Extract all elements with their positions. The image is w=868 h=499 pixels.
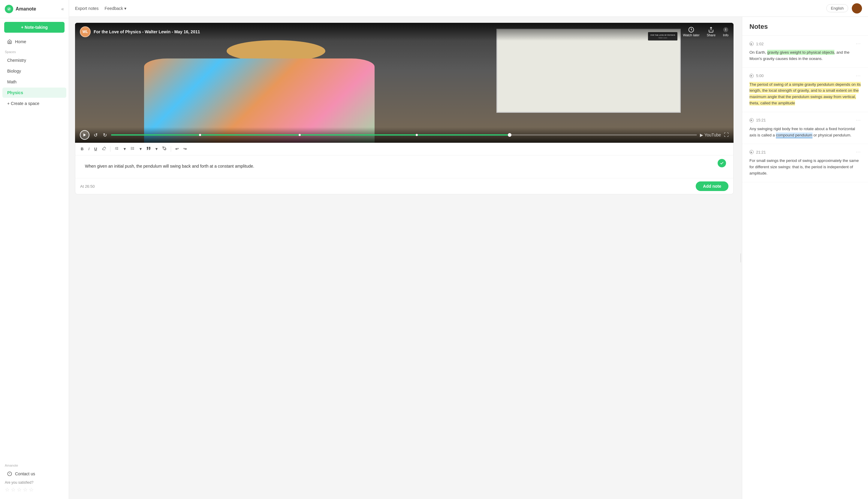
chemistry-label: Chemistry	[7, 58, 26, 63]
star-5[interactable]: ☆	[29, 486, 34, 493]
toolbar-separator-2	[171, 146, 171, 152]
note-item-2: ▶ 5:00 ··· The period of swing of a simp…	[742, 68, 868, 112]
create-space-label: + Create a space	[7, 101, 39, 106]
underline-button[interactable]: U	[93, 145, 99, 152]
note-item-3: ▶ 15:21 ··· Any swinging rigid body free…	[742, 112, 868, 144]
progress-fill	[111, 134, 510, 136]
biology-label: Biology	[7, 69, 21, 73]
note-play-2[interactable]: ▶	[749, 74, 754, 78]
confirm-icon[interactable]	[718, 159, 726, 167]
note-taking-button[interactable]: + Note-taking	[4, 22, 64, 33]
editor-content-row: When given an initial push, the pendulum…	[75, 155, 733, 178]
note-item-1: ▶ 1:02 ··· On Earth, gravity gives weigh…	[742, 36, 868, 68]
note-menu-3[interactable]: ···	[856, 118, 861, 123]
info-button[interactable]: i Info	[723, 27, 729, 37]
video-controls: ↺ ↻ ▶ YouTube ⛶	[75, 127, 734, 143]
language-button[interactable]: English	[826, 4, 848, 12]
quote-button[interactable]	[145, 145, 153, 153]
editor-footer: At 26:50 Add note	[75, 178, 733, 194]
note-time-2: ▶ 5:00	[749, 73, 763, 78]
sidebar-header: Amanote «	[0, 0, 69, 18]
redo-button[interactable]: ↪	[181, 145, 189, 152]
rating-stars[interactable]: ☆ ☆ ☆ ☆ ☆	[5, 486, 64, 493]
youtube-logo: ▶ YouTube	[700, 133, 721, 137]
play-button[interactable]	[80, 130, 90, 140]
rewind-button[interactable]: ↺	[93, 131, 99, 139]
video-overlay-top: WL For the Love of Physics - Walter Lewi…	[75, 23, 734, 41]
eraser-button[interactable]	[100, 145, 108, 153]
satisfied-label: Are you satisfied?	[5, 480, 64, 485]
note-highlight-1: gravity gives weight to physical objects	[767, 50, 834, 55]
note-item-4: ▶ 21:21 ··· For small swings the period …	[742, 144, 868, 182]
ordered-list-dropdown[interactable]: ▾	[122, 145, 128, 152]
svg-text:i: i	[725, 28, 726, 31]
collapse-sidebar-button[interactable]: «	[61, 6, 64, 12]
note-time-4: ▶ 21:21	[749, 150, 766, 155]
add-note-button[interactable]: Add note	[696, 181, 728, 191]
star-3[interactable]: ☆	[17, 486, 22, 493]
note-time-label-3: 15:21	[756, 118, 766, 122]
unordered-list-button[interactable]	[129, 145, 136, 153]
sidebar-item-math[interactable]: Math	[2, 77, 66, 87]
progress-bar[interactable]	[111, 134, 697, 136]
spaces-label: Spaces	[0, 47, 69, 55]
star-2[interactable]: ☆	[11, 486, 16, 493]
feedback-button[interactable]: Feedback ▾	[105, 4, 126, 13]
note-timestamp-row-3: ▶ 15:21 ···	[749, 118, 861, 123]
sidebar-item-physics[interactable]: Physics	[2, 88, 66, 98]
export-notes-link[interactable]: Export notes	[75, 4, 99, 13]
create-space-button[interactable]: + Create a space	[2, 98, 66, 109]
notes-title: Notes	[742, 17, 868, 36]
note-play-3[interactable]: ▶	[749, 118, 754, 122]
note-timestamp-row-1: ▶ 1:02 ···	[749, 41, 861, 47]
user-avatar[interactable]	[852, 3, 862, 13]
info-label: Info	[723, 33, 728, 37]
main-content: Export notes Feedback ▾ English	[69, 0, 868, 499]
undo-button[interactable]: ↩	[174, 145, 180, 152]
share-button[interactable]: Share	[707, 27, 715, 37]
note-text-4: For small swings the period of swing is …	[749, 158, 861, 176]
note-text-2: The period of swing of a simple gravity …	[749, 82, 861, 107]
progress-handle[interactable]	[508, 133, 511, 137]
bold-button[interactable]: B	[79, 145, 85, 152]
note-menu-1[interactable]: ···	[856, 41, 861, 47]
forward-button[interactable]: ↻	[102, 131, 108, 139]
sidebar-item-home[interactable]: Home	[2, 37, 66, 47]
rating-area: Are you satisfied? ☆ ☆ ☆ ☆ ☆	[0, 479, 69, 497]
video-person	[128, 35, 457, 143]
sidebar-item-chemistry[interactable]: Chemistry	[2, 55, 66, 65]
ordered-list-button[interactable]	[113, 145, 121, 153]
note-text-1: On Earth, gravity gives weight to physic…	[749, 49, 861, 62]
unordered-list-dropdown[interactable]: ▾	[138, 145, 143, 152]
italic-button[interactable]: I	[86, 145, 91, 152]
app-name: Amanote	[16, 6, 36, 12]
note-menu-2[interactable]: ···	[856, 73, 861, 78]
svg-marker-6	[83, 133, 86, 137]
editor-timestamp: At 26:50	[80, 184, 95, 188]
editor-input[interactable]: When given an initial push, the pendulum…	[80, 159, 718, 177]
note-play-4[interactable]: ▶	[749, 150, 754, 154]
note-highlight-2: The period of swing of a simple gravity …	[749, 82, 861, 106]
video-title: For the Love of Physics - Walter Lewin -…	[94, 29, 200, 34]
quote-dropdown[interactable]: ▾	[154, 145, 159, 152]
video-player[interactable]: FOR THE LOVE OF PHYSICS Walter Lewin	[75, 23, 734, 143]
note-text-3: Any swinging rigid body free to rotate a…	[749, 126, 861, 138]
home-label: Home	[15, 39, 26, 44]
fullscreen-button[interactable]: ⛶	[724, 132, 729, 138]
panel-drag-handle[interactable]	[739, 17, 742, 499]
sidebar-item-biology[interactable]: Biology	[2, 66, 66, 76]
highlight-button[interactable]	[160, 145, 168, 153]
star-4[interactable]: ☆	[23, 486, 28, 493]
editor-area: B I U ▾ ▾	[75, 143, 734, 194]
topbar-right: English	[826, 3, 862, 13]
star-1[interactable]: ☆	[5, 486, 10, 493]
note-play-1[interactable]: ▶	[749, 42, 754, 46]
progress-dot-1	[199, 134, 201, 136]
sidebar-item-contact[interactable]: Contact us	[2, 469, 66, 479]
video-board: FOR THE LOVE OF PHYSICS Walter Lewin	[497, 29, 681, 113]
watch-later-button[interactable]: Watch later	[683, 27, 699, 37]
note-timestamp-row-2: ▶ 5:00 ···	[749, 73, 861, 78]
toolbar-separator-1	[110, 146, 110, 152]
progress-dot-3	[416, 134, 418, 136]
note-menu-4[interactable]: ···	[856, 149, 861, 155]
